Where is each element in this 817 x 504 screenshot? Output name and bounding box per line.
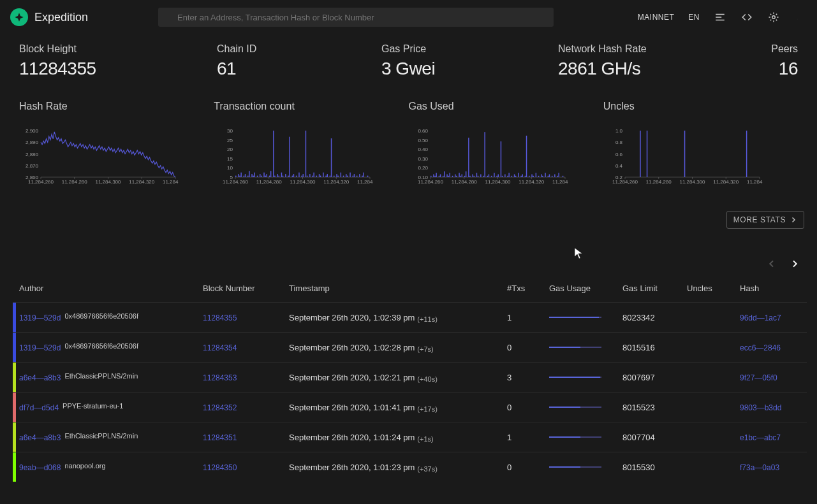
network-label[interactable]: MAINNET bbox=[638, 13, 675, 22]
block-number-link[interactable]: 11284353 bbox=[203, 373, 237, 382]
svg-rect-129 bbox=[461, 175, 462, 178]
svg-point-0 bbox=[772, 16, 776, 19]
svg-rect-138 bbox=[480, 175, 482, 178]
lang-label[interactable]: EN bbox=[688, 13, 700, 22]
table-row: 1319—529d0x486976656f6e20506f11284355Sep… bbox=[13, 302, 807, 332]
author-link[interactable]: df7d—d5d4 bbox=[19, 403, 59, 412]
svg-rect-94 bbox=[364, 173, 365, 177]
svg-text:11,284,320: 11,284,320 bbox=[519, 179, 545, 185]
timestamp-delta: (+11s) bbox=[417, 315, 438, 323]
svg-rect-122 bbox=[448, 176, 449, 177]
chart-hash-rate: Hash Rate 2,9002,8902,8802,8702,86011,28… bbox=[19, 101, 214, 193]
table-row: a6e4—a8b3EthClassicPPLNS/2min11284351Sep… bbox=[13, 422, 807, 452]
svg-rect-38 bbox=[244, 176, 245, 177]
svg-rect-156 bbox=[520, 176, 522, 177]
svg-text:2,870: 2,870 bbox=[26, 163, 39, 169]
svg-rect-48 bbox=[264, 173, 265, 177]
svg-rect-78 bbox=[327, 174, 328, 177]
page-prev-button[interactable] bbox=[766, 258, 777, 270]
svg-rect-172 bbox=[557, 176, 558, 177]
th-gas-usage: Gas Usage bbox=[549, 284, 622, 293]
svg-rect-126 bbox=[456, 176, 457, 177]
block-number-link[interactable]: 11284355 bbox=[203, 313, 237, 322]
svg-rect-59 bbox=[285, 174, 286, 177]
svg-rect-55 bbox=[277, 174, 279, 177]
menu-icon[interactable] bbox=[714, 11, 726, 24]
author-link[interactable]: 9eab—d068 bbox=[19, 463, 61, 472]
svg-rect-39 bbox=[245, 174, 246, 177]
svg-text:2,880: 2,880 bbox=[26, 152, 39, 157]
svg-rect-133 bbox=[469, 176, 471, 177]
timestamp-delta: (+37s) bbox=[417, 465, 438, 473]
timestamp-delta: (+1s) bbox=[417, 435, 433, 443]
top-right-controls: MAINNET EN bbox=[638, 11, 807, 24]
hash-link[interactable]: e1bc—abc7 bbox=[740, 433, 781, 442]
block-number-link[interactable]: 11284350 bbox=[203, 463, 237, 472]
svg-rect-132 bbox=[468, 138, 469, 177]
svg-rect-160 bbox=[529, 176, 530, 177]
svg-rect-121 bbox=[446, 175, 448, 178]
svg-rect-35 bbox=[238, 174, 239, 177]
block-number-link[interactable]: 11284354 bbox=[203, 343, 237, 352]
svg-rect-43 bbox=[253, 176, 254, 177]
search-input[interactable] bbox=[158, 8, 554, 27]
svg-rect-58 bbox=[283, 176, 284, 177]
chart-svg-gas-used: 0.600.500.400.300.200.1011,284,26011,284… bbox=[409, 127, 568, 191]
gas-usage-bar bbox=[549, 347, 601, 348]
cell-gas-limit: 8023342 bbox=[622, 313, 687, 322]
svg-rect-118 bbox=[439, 175, 441, 178]
chart-title: Uncles bbox=[603, 101, 798, 112]
chart-title: Gas Used bbox=[409, 101, 603, 112]
svg-text:2,890: 2,890 bbox=[26, 140, 39, 145]
svg-rect-167 bbox=[545, 173, 546, 177]
svg-text:0.50: 0.50 bbox=[418, 138, 428, 143]
hash-link[interactable]: f73a—0a03 bbox=[740, 463, 779, 472]
block-number-link[interactable]: 11284351 bbox=[203, 433, 237, 442]
svg-rect-71 bbox=[313, 176, 314, 177]
chart-uncles: Uncles 1.00.80.60.40.211,284,26011,284,2… bbox=[603, 101, 798, 193]
svg-text:11,284,260: 11,284,260 bbox=[223, 179, 249, 185]
cell-gas-usage bbox=[549, 407, 622, 408]
cell-gas-usage bbox=[549, 377, 622, 378]
author-link[interactable]: 1319—529d bbox=[19, 313, 61, 322]
svg-rect-81 bbox=[334, 176, 335, 177]
author-link[interactable]: a6e4—a8b3 bbox=[19, 373, 61, 382]
th-txs: #Txs bbox=[507, 284, 549, 293]
more-stats-row: MORE STATS bbox=[0, 193, 817, 229]
hash-link[interactable]: 9f27—05f0 bbox=[740, 373, 777, 382]
page-next-button[interactable] bbox=[789, 258, 800, 270]
svg-text:11,284,300: 11,284,300 bbox=[485, 179, 511, 185]
row-color-edge bbox=[13, 333, 16, 362]
svg-rect-79 bbox=[330, 176, 331, 177]
svg-rect-155 bbox=[518, 173, 519, 177]
svg-rect-125 bbox=[455, 175, 456, 178]
stat-peers: Peers 16 bbox=[747, 43, 798, 79]
stat-label: Chain ID bbox=[217, 43, 381, 55]
svg-rect-63 bbox=[293, 174, 295, 177]
cell-gas-usage bbox=[549, 317, 622, 318]
block-number-link[interactable]: 11284352 bbox=[203, 403, 237, 412]
svg-rect-51 bbox=[269, 176, 270, 177]
chart-title: Transaction count bbox=[214, 101, 408, 112]
cell-author: 1319—529d0x486976656f6e20506f bbox=[19, 312, 203, 322]
svg-rect-137 bbox=[477, 176, 478, 177]
author-link[interactable]: 1319—529d bbox=[19, 343, 61, 352]
hash-link[interactable]: 9803—b3dd bbox=[740, 403, 781, 412]
more-stats-button[interactable]: MORE STATS bbox=[726, 211, 804, 229]
svg-rect-87 bbox=[347, 176, 348, 177]
author-link[interactable]: a6e4—a8b3 bbox=[19, 433, 61, 442]
svg-text:0.6: 0.6 bbox=[615, 152, 623, 157]
svg-rect-88 bbox=[350, 173, 351, 177]
theme-toggle-icon[interactable] bbox=[794, 11, 807, 24]
svg-rect-80 bbox=[331, 138, 332, 177]
gear-icon[interactable] bbox=[767, 11, 780, 24]
hash-link[interactable]: ecc6—2846 bbox=[740, 343, 781, 352]
svg-rect-148 bbox=[501, 176, 503, 177]
svg-rect-95 bbox=[367, 176, 369, 177]
svg-rect-115 bbox=[434, 176, 436, 177]
svg-rect-77 bbox=[326, 176, 327, 177]
svg-rect-61 bbox=[290, 137, 291, 177]
hash-link[interactable]: 96dd—1ac7 bbox=[740, 313, 781, 322]
code-icon[interactable] bbox=[740, 11, 753, 24]
logo-icon[interactable] bbox=[10, 8, 28, 26]
